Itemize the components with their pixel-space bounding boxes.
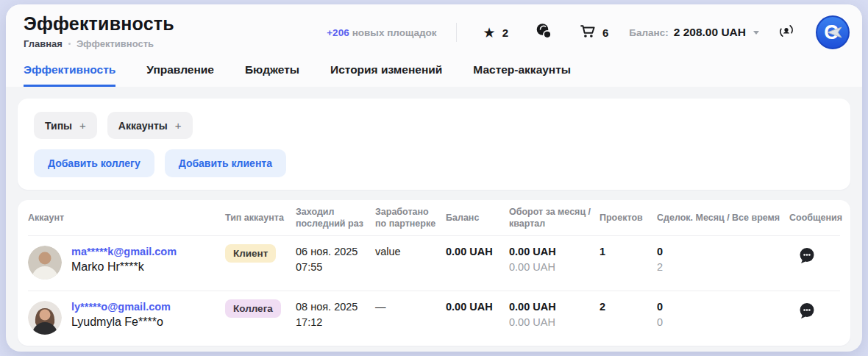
star-icon: ★ bbox=[483, 26, 496, 40]
main-panel: Эффективность Главная Эффективность +206… bbox=[6, 4, 862, 352]
plus-icon: + bbox=[175, 119, 182, 132]
col-header-balance: Баланс bbox=[446, 212, 509, 224]
page-title: Эффективность bbox=[24, 13, 174, 35]
visit-time: 17:12 bbox=[296, 316, 375, 328]
accounts-table: Аккаунт Тип аккаунта Заходил последний р… bbox=[18, 200, 850, 346]
deals-alltime: 2 bbox=[657, 261, 789, 273]
account-identity: ma*****k@gmail.com Marko Hr****k bbox=[71, 246, 177, 274]
app-logo[interactable]: C bbox=[815, 15, 850, 50]
tab-effectiveness[interactable]: Эффективность bbox=[24, 63, 115, 87]
turnover-month: 0.00 UAH bbox=[509, 301, 600, 313]
title-block: Эффективность Главная Эффективность bbox=[24, 13, 174, 49]
favorites-counter[interactable]: ★ 2 bbox=[483, 26, 508, 40]
add-client-button[interactable]: Добавить клиента bbox=[165, 149, 286, 177]
breadcrumb-home[interactable]: Главная bbox=[24, 38, 63, 49]
turnover-cell: 0.00 UAH 0.00 UAH bbox=[509, 301, 600, 328]
col-header-projects: Проектов bbox=[600, 212, 657, 224]
deals-alltime: 0 bbox=[657, 316, 789, 328]
tab-change-history[interactable]: История изменений bbox=[330, 63, 442, 87]
account-name: Lyudmyla Fe****o bbox=[71, 316, 171, 329]
account-cell: ly*****o@gmail.com Lyudmyla Fe****o bbox=[28, 301, 225, 335]
table-header-row: Аккаунт Тип аккаунта Заходил последний р… bbox=[28, 200, 840, 235]
deals-cell: 0 2 bbox=[657, 246, 789, 273]
add-colleague-button[interactable]: Добавить коллегу bbox=[34, 149, 154, 177]
messages-cell bbox=[789, 246, 840, 268]
breadcrumb-current: Эффективность bbox=[77, 38, 154, 49]
turnover-quarter: 0.00 UAH bbox=[509, 316, 600, 328]
message-button[interactable] bbox=[797, 301, 817, 324]
message-button[interactable] bbox=[797, 246, 817, 268]
new-platforms-link[interactable]: +206новых площадок bbox=[327, 27, 436, 38]
account-email[interactable]: ma*****k@gmail.com bbox=[71, 246, 177, 257]
chats-icon bbox=[535, 22, 552, 43]
avatar bbox=[28, 301, 62, 335]
main-tabs: Эффективность Управление Бюджеты История… bbox=[24, 63, 571, 87]
partner-earned-cell: value bbox=[375, 246, 446, 257]
new-platforms-count: +206 bbox=[327, 27, 349, 38]
partner-earned-cell: — bbox=[375, 301, 446, 313]
account-type-cell: Клиент bbox=[225, 246, 296, 263]
tab-management[interactable]: Управление bbox=[146, 63, 214, 87]
visit-time: 07:55 bbox=[296, 261, 375, 273]
table-row: ly*****o@gmail.com Lyudmyla Fe****o Колл… bbox=[28, 291, 840, 346]
account-type-badge: Клиент bbox=[225, 244, 276, 263]
action-buttons: Добавить коллегу Добавить клиента bbox=[34, 149, 834, 177]
messages-cell bbox=[789, 301, 840, 324]
tab-master-accounts[interactable]: Мастер-аккаунты bbox=[473, 63, 571, 87]
avatar bbox=[28, 246, 62, 280]
deals-cell: 0 0 bbox=[657, 301, 789, 328]
account-identity: ly*****o@gmail.com Lyudmyla Fe****o bbox=[71, 301, 171, 329]
projects-cell: 2 bbox=[600, 301, 657, 313]
filter-chips: Типы + Аккаунты + bbox=[34, 112, 834, 139]
breadcrumb-separator bbox=[68, 43, 71, 45]
turnover-cell: 0.00 UAH 0.00 UAH bbox=[509, 246, 600, 273]
balance-cell: 0.00 UAH bbox=[446, 246, 509, 257]
col-header-partner-earned: Заработано по партнерке bbox=[375, 206, 446, 230]
tab-budgets[interactable]: Бюджеты bbox=[245, 63, 299, 87]
header-divider bbox=[456, 23, 457, 42]
visit-date: 06 ноя. 2025 bbox=[296, 246, 375, 257]
turnover-quarter: 0.00 UAH bbox=[509, 261, 600, 273]
col-header-turnover: Оборот за месяц / квартал bbox=[509, 206, 600, 230]
turnover-month: 0.00 UAH bbox=[509, 246, 600, 257]
col-header-last-visit: Заходил последний раз bbox=[296, 206, 375, 230]
chats-button[interactable] bbox=[535, 22, 552, 43]
deals-month: 0 bbox=[657, 301, 789, 313]
col-header-deals: Сделок. Месяц / Все время bbox=[657, 212, 789, 224]
visit-date: 08 ноя. 2025 bbox=[296, 301, 375, 313]
account-email[interactable]: ly*****o@gmail.com bbox=[71, 301, 171, 313]
cart-count: 6 bbox=[602, 26, 608, 39]
accounts-filter-label: Аккаунты bbox=[118, 120, 168, 132]
account-cell: ma*****k@gmail.com Marko Hr****k bbox=[28, 246, 225, 280]
account-sync-button[interactable] bbox=[778, 23, 794, 42]
col-header-account-type: Тип аккаунта bbox=[225, 212, 296, 224]
account-sync-icon bbox=[778, 23, 794, 42]
favorites-count: 2 bbox=[502, 26, 508, 39]
table-row: ma*****k@gmail.com Marko Hr****k Клиент … bbox=[28, 235, 840, 291]
page-header: Эффективность Главная Эффективность +206… bbox=[6, 4, 862, 87]
col-header-messages: Сообщения bbox=[789, 212, 850, 224]
filters-panel: Типы + Аккаунты + Добавить коллегу Добав… bbox=[18, 99, 850, 190]
breadcrumb: Главная Эффективность bbox=[24, 38, 174, 49]
balance-value: 2 208.00 UAH bbox=[674, 26, 746, 39]
plus-icon: + bbox=[79, 119, 86, 132]
account-type-cell: Коллега bbox=[225, 301, 296, 318]
balance-label: Баланс: bbox=[629, 27, 668, 38]
balance-cell: 0.00 UAH bbox=[446, 301, 509, 313]
types-filter-label: Типы bbox=[45, 120, 72, 132]
col-header-account: Аккаунт bbox=[28, 212, 225, 224]
last-visit-cell: 08 ноя. 2025 17:12 bbox=[296, 301, 375, 328]
balance-selector[interactable]: Баланс: 2 208.00 UAH bbox=[629, 26, 759, 39]
content-area: Типы + Аккаунты + Добавить коллегу Добав… bbox=[6, 87, 862, 352]
last-visit-cell: 06 ноя. 2025 07:55 bbox=[296, 246, 375, 273]
cart-counter[interactable]: 6 bbox=[579, 23, 608, 42]
cart-icon bbox=[579, 23, 596, 42]
new-platforms-label: новых площадок bbox=[352, 27, 437, 38]
deals-month: 0 bbox=[657, 246, 789, 257]
accounts-filter-chip[interactable]: Аккаунты + bbox=[107, 112, 193, 139]
types-filter-chip[interactable]: Типы + bbox=[34, 112, 97, 139]
projects-cell: 1 bbox=[600, 246, 657, 257]
account-name: Marko Hr****k bbox=[71, 260, 177, 274]
header-toolbar: +206новых площадок ★ 2 bbox=[327, 15, 850, 50]
chevron-down-icon bbox=[753, 31, 759, 35]
